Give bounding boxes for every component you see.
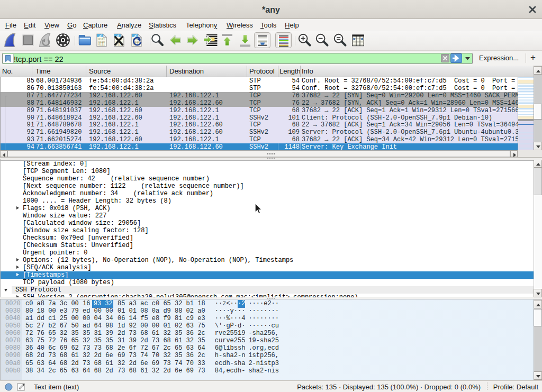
svg-text:0111: 0111 [98, 43, 104, 47]
